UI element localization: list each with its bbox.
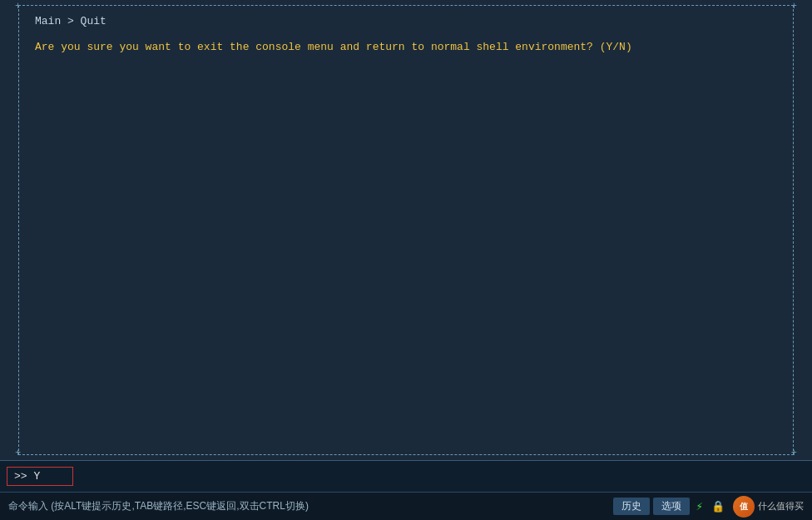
history-button[interactable]: 历史 <box>613 498 650 515</box>
lock-icon: 🔒 <box>711 500 725 513</box>
terminal-content: Main > Quit Are you sure you want to exi… <box>25 8 787 452</box>
corner-tr: + <box>791 2 797 12</box>
terminal-area: + + + + Main > Quit Are you sure you wan… <box>0 0 812 460</box>
border-bottom <box>18 454 794 455</box>
watermark: 值 什么值得买 <box>733 496 804 518</box>
prompt-text: Are you sure you want to exit the consol… <box>35 39 777 56</box>
input-area: >> Y <box>0 460 812 492</box>
corner-br: + <box>791 448 797 458</box>
watermark-text: 什么值得买 <box>758 500 804 513</box>
input-prompt: >> <box>14 470 27 483</box>
border-right <box>793 5 794 455</box>
options-button[interactable]: 选项 <box>653 498 690 515</box>
command-input-display[interactable]: >> Y <box>7 467 73 486</box>
corner-bl: + <box>15 448 21 458</box>
input-box-wrapper: >> Y <box>7 467 73 486</box>
breadcrumb: Main > Quit <box>35 15 777 27</box>
input-value: Y <box>33 470 40 483</box>
status-hint: 命令输入 (按ALT键提示历史,TAB键路径,ESC键返回,双击CTRL切换) <box>8 499 613 513</box>
lightning-icon: ⚡ <box>696 499 703 513</box>
status-bar: 命令输入 (按ALT键提示历史,TAB键路径,ESC键返回,双击CTRL切换) … <box>0 492 812 520</box>
watermark-logo: 值 <box>733 496 755 518</box>
corner-tl: + <box>15 2 21 12</box>
border-top <box>18 5 794 6</box>
border-left <box>18 5 19 455</box>
status-buttons: 历史 选项 ⚡ 🔒 <box>613 498 726 515</box>
